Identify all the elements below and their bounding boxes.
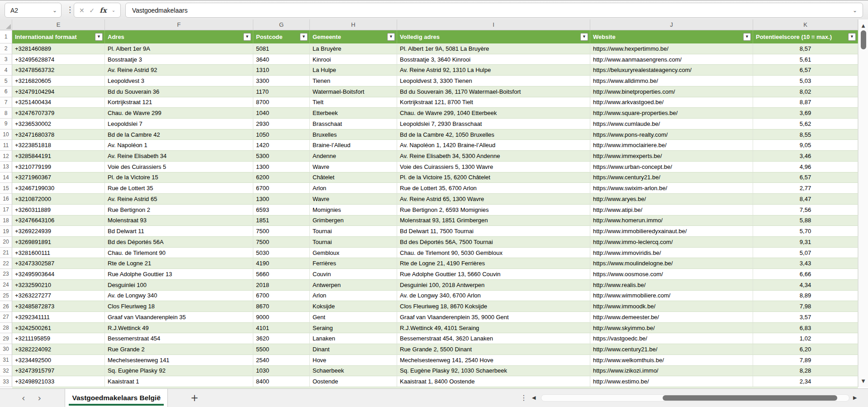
cell[interactable]: 3,69 (753, 108, 858, 119)
cell[interactable]: R.J.Wettinck 49, 4101 Seraing (397, 323, 590, 334)
cell[interactable]: La Hulpe (310, 65, 397, 76)
cell[interactable]: Voie des Cuirassiers 5 (105, 162, 253, 172)
horizontal-scrollbar[interactable] (541, 394, 849, 402)
cell[interactable]: 2,34 (753, 376, 858, 387)
select-all-corner[interactable] (0, 19, 12, 30)
cell[interactable]: 7,56 (753, 205, 858, 215)
cell[interactable]: Rue de Lottert 35 (105, 183, 253, 194)
cell[interactable]: 6593 (253, 205, 310, 215)
cell[interactable]: +32479104294 (12, 86, 105, 97)
row-number[interactable]: 28 (0, 323, 12, 334)
cell[interactable]: 1050 (253, 129, 310, 140)
cell[interactable]: 5,03 (753, 76, 858, 86)
cell[interactable]: http://www.homerun.immo/ (590, 215, 753, 226)
cell[interactable]: Kaaistraat 1 (105, 376, 253, 387)
cell[interactable]: Rue Adolphe Gouttier 13, 5660 Couvin (397, 269, 590, 280)
cell[interactable]: 1030 (253, 366, 310, 377)
cell[interactable]: Kortrijkstraat 121 (105, 97, 253, 108)
cell[interactable]: http://www.aryes.be/ (590, 194, 753, 205)
cell[interactable]: Av. Reine Astrid 65 (105, 194, 253, 205)
cell[interactable]: 3620 (253, 333, 310, 344)
cell[interactable]: https://vastgoedc.be/ (590, 333, 753, 344)
cell[interactable]: +3285844191 (12, 151, 105, 162)
row-number[interactable]: 25 (0, 291, 12, 302)
check-icon[interactable]: ✓ (90, 7, 95, 14)
cell[interactable]: 6700 (253, 291, 310, 302)
cell[interactable]: Av. Reine Astrid 92 (105, 65, 253, 76)
cell[interactable]: http://www.immo-leclercq.com/ (590, 237, 753, 248)
vertical-scrollbar[interactable]: ▲ ▼ (858, 19, 868, 387)
cell[interactable]: +3263227277 (12, 291, 105, 302)
cell[interactable]: Tournai (310, 226, 397, 237)
cell[interactable]: 5500 (253, 344, 310, 355)
cell[interactable]: Chau. de Tirlemont 90, 5030 Gembloux (397, 248, 590, 259)
cell[interactable]: http://www.atipi.be/ (590, 205, 753, 215)
cell[interactable]: Desguinlei 100, 2018 Antwerpen (397, 280, 590, 291)
cell[interactable]: 1420 (253, 140, 310, 151)
cell[interactable]: Rte de Logne 21 (105, 258, 253, 269)
row-number[interactable]: 4 (0, 65, 12, 76)
row-number[interactable]: 12 (0, 151, 12, 162)
cell[interactable]: Grimbergen (310, 215, 397, 226)
cell[interactable]: Bd de la Cambre 42, 1050 Bruxelles (397, 129, 590, 140)
cell[interactable]: 7,89 (753, 355, 858, 366)
cell[interactable]: 1040 (253, 108, 310, 119)
cell[interactable]: Av. Napoléon 1 (105, 140, 253, 151)
cell[interactable]: Rue Adolphe Gouttier 13 (105, 269, 253, 280)
cell[interactable]: 1300 (253, 162, 310, 172)
cancel-icon[interactable]: ✕ (79, 7, 85, 14)
cell[interactable]: Mechelsesteenweg 141, 2540 Hove (397, 355, 590, 366)
cell[interactable]: Molenstraat 93 (105, 215, 253, 226)
cell[interactable]: Bd des Déportés 56A (105, 237, 253, 248)
cell[interactable]: +32471680378 (12, 129, 105, 140)
filter-button[interactable]: ▼ (387, 33, 395, 41)
cell[interactable]: http://www.aanmaasengrens.com/ (590, 54, 753, 65)
cell[interactable]: 3640 (253, 54, 310, 65)
cell[interactable]: 1300 (253, 194, 310, 205)
cell[interactable]: Rue Bertignon 2, 6593 Momignies (397, 205, 590, 215)
row-number[interactable]: 23 (0, 269, 12, 280)
cell[interactable]: https://www.hexpertimmo.be/ (590, 43, 753, 54)
sheet-bar-kebab-icon[interactable]: ⋮ (520, 393, 527, 402)
cell[interactable]: Pl. Albert 1er 9A, 5081 La Bruyère (397, 43, 590, 54)
cell[interactable]: 4,96 (753, 162, 858, 172)
chevron-down-icon[interactable]: ⌄ (52, 8, 57, 13)
cell[interactable]: http://www.immoviridis.be/ (590, 248, 753, 259)
row-number[interactable]: 22 (0, 258, 12, 269)
sheet-tab-active[interactable]: Vastgoedmakelaars België (65, 389, 168, 407)
row-number[interactable]: 26 (0, 301, 12, 312)
cell[interactable]: +3236530002 (12, 119, 105, 129)
cell[interactable]: 8,89 (753, 291, 858, 302)
cell[interactable]: Brasschaat (310, 119, 397, 129)
cell[interactable]: http://www.binetproperties.com/ (590, 86, 753, 97)
cell[interactable]: Lanaken (310, 333, 397, 344)
cell[interactable]: Leopoldslei 7, 2930 Brasschaat (397, 119, 590, 129)
cell[interactable]: Chau. de Wavre 299, 1040 Etterbeek (397, 108, 590, 119)
cell[interactable]: https://www.moulindelogne.be/ (590, 258, 753, 269)
column-header-E[interactable]: E (12, 19, 105, 30)
cell[interactable]: https://www.swixim-arlon.be/ (590, 183, 753, 194)
cell[interactable]: 1310 (253, 65, 310, 76)
cell[interactable]: 5081 (253, 43, 310, 54)
row-number[interactable]: 33 (0, 376, 12, 387)
cell[interactable]: http://www.wimmobiliere.com/ (590, 291, 753, 302)
cell[interactable]: Graaf van Vlaanderenplein 35 (105, 312, 253, 323)
cell[interactable]: Rue de Lottert 35, 6700 Arlon (397, 183, 590, 194)
cell[interactable]: Ferrières (310, 258, 397, 269)
cell[interactable]: https://www.izikozi.immo/ (590, 366, 753, 377)
cell[interactable]: 8,57 (753, 43, 858, 54)
cell[interactable]: http://www.square-properties.be/ (590, 108, 753, 119)
cell[interactable]: Av. Napoléon 1, 1420 Braine-l’Alleud (397, 140, 590, 151)
row-number[interactable]: 9 (0, 119, 12, 129)
cell[interactable]: +3292341111 (12, 312, 105, 323)
cell[interactable]: 7500 (253, 237, 310, 248)
row-number[interactable]: 19 (0, 226, 12, 237)
cell[interactable]: http://www.realis.be/ (590, 280, 753, 291)
cell[interactable]: Desguinlei 100 (105, 280, 253, 291)
hscroll-right-icon[interactable]: ▶ (853, 395, 857, 401)
row-number[interactable]: 3 (0, 54, 12, 65)
cell[interactable]: 6,57 (753, 172, 858, 183)
row-number[interactable]: 27 (0, 312, 12, 323)
cell[interactable]: Clos Fleuriweg 18 (105, 301, 253, 312)
cell[interactable]: 5,62 (753, 119, 858, 129)
